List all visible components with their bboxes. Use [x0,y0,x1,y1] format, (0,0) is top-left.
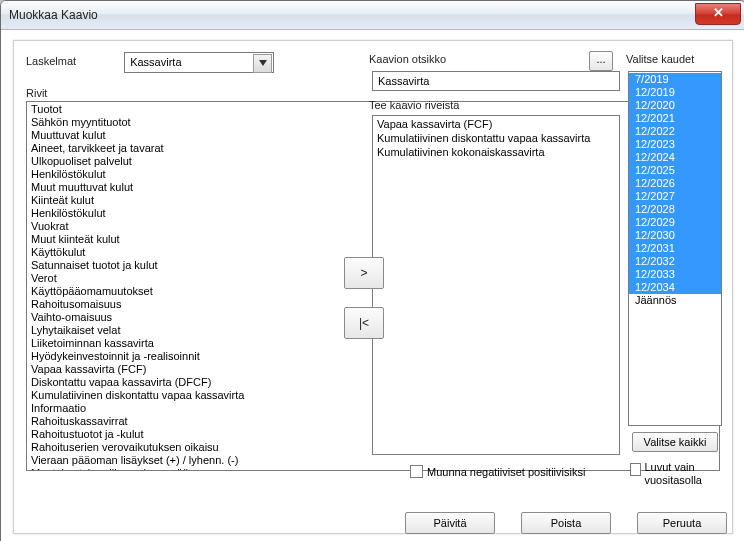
chart-title-input[interactable] [372,71,620,91]
close-button[interactable]: ✕ [695,3,741,25]
list-item[interactable]: 12/2034 [629,281,721,294]
dialog-content: Laskelmat Kassavirta Kaavion otsikko ...… [1,30,744,541]
close-icon: ✕ [713,5,724,20]
title-bar: Muokkaa Kaavio ✕ [1,1,744,30]
list-item[interactable]: 12/2031 [629,242,721,255]
list-item[interactable]: 7/2019 [629,73,721,86]
list-item[interactable]: 12/2020 [629,99,721,112]
list-item[interactable]: Jäännös [629,294,721,307]
label-laskelmat: Laskelmat [26,55,76,67]
list-item[interactable]: 12/2022 [629,125,721,138]
label-kaavion-otsikko: Kaavion otsikko [369,53,446,65]
list-item[interactable]: Vapaa kassavirta (FCF) [373,117,619,131]
move-left-button[interactable]: |< [344,307,384,339]
list-item[interactable]: 12/2023 [629,138,721,151]
list-item[interactable]: 12/2019 [629,86,721,99]
list-item[interactable]: 12/2021 [629,112,721,125]
checkbox-box [410,465,423,478]
list-item[interactable]: 12/2027 [629,190,721,203]
list-item[interactable]: 12/2024 [629,151,721,164]
select-all-button[interactable]: Valitse kaikki [632,432,718,452]
chevron-down-icon [253,54,272,73]
list-item[interactable]: Kumulatiivinen kokonaiskassavirta [373,145,619,159]
move-right-button[interactable]: > [344,257,384,289]
ellipsis-button[interactable]: ... [589,51,613,71]
laskelmat-combo[interactable]: Kassavirta [124,52,274,73]
label-tee-kaavio: Tee kaavio riveistä [369,99,460,111]
dialog-button-bar: Päivitä Poista Peruuta [1,512,744,534]
list-item[interactable]: 12/2030 [629,229,721,242]
dialog-window: Muokkaa Kaavio ✕ Laskelmat Kassavirta Ka… [0,0,744,541]
label-valitse-kaudet: Valitse kaudet [626,53,694,65]
delete-button[interactable]: Poista [521,512,611,534]
combo-value: Kassavirta [130,56,181,68]
checkbox-box [630,463,641,476]
move-buttons-group: > |< [344,257,384,339]
checkbox-muunna[interactable]: Muunna negatiiviset positiivisiksi [410,465,585,478]
list-item[interactable]: 12/2033 [629,268,721,281]
list-item[interactable]: 12/2032 [629,255,721,268]
list-item[interactable]: 12/2026 [629,177,721,190]
checkbox-luvut-vain[interactable]: Luvut vain vuositasolla [630,461,730,487]
kaudet-listbox[interactable]: 7/201912/201912/202012/202112/202212/202… [628,71,722,426]
list-item[interactable]: 12/2028 [629,203,721,216]
checkbox-muunna-label: Muunna negatiiviset positiivisiksi [427,466,585,478]
update-button[interactable]: Päivitä [405,512,495,534]
tee-kaavio-listbox[interactable]: Vapaa kassavirta (FCF)Kumulatiivinen dis… [372,115,620,455]
list-item[interactable]: 12/2025 [629,164,721,177]
cancel-button[interactable]: Peruuta [637,512,727,534]
list-item[interactable]: Kumulatiivinen diskontattu vapaa kassavi… [373,131,619,145]
window-title: Muokkaa Kaavio [9,8,98,22]
list-item[interactable]: 12/2029 [629,216,721,229]
main-panel: Laskelmat Kassavirta Kaavion otsikko ...… [13,40,733,534]
list-item[interactable]: Vieraan pääoman lisäykset (+) / lyhenn. … [27,454,719,467]
checkbox-luvut-vain-label: Luvut vain vuositasolla [645,461,731,487]
list-item[interactable]: Muutokset, korollinen vieras pääoma [27,467,719,471]
